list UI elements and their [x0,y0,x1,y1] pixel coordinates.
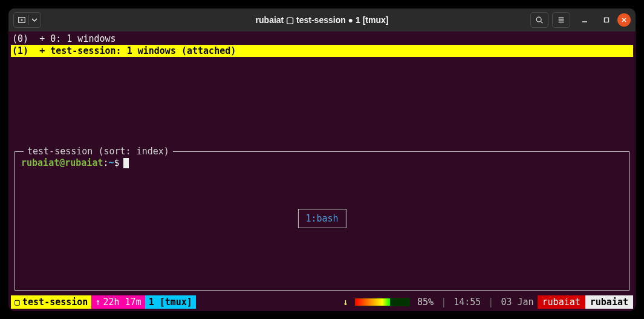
status-battery-pct: 85% [414,295,437,309]
status-window: 1 [tmux] [145,295,196,309]
preview-label: test-session (sort: index) [24,145,173,157]
status-session: ▢test-session [11,295,91,309]
terminal-window: rubaiat ▢ test-session ● 1 [tmux] (0) + … [8,8,636,311]
chevron-down-icon [31,17,37,23]
svg-rect-9 [605,18,609,22]
status-time: 14:55 [450,295,484,309]
svg-point-3 [536,17,541,22]
search-icon [535,16,544,24]
prompt-cwd: ~ [109,157,114,169]
session-row[interactable]: (0) + 0: 1 windows [11,33,633,45]
window-badge: 1:bash [298,209,346,228]
status-right: ↓ 85% | 14:55 | 03 Jan rubaiat rubaiat [339,295,633,309]
new-tab-split-button[interactable] [13,12,41,28]
hamburger-icon [557,16,565,24]
titlebar-left [13,12,41,28]
terminal-body[interactable]: (0) + 0: 1 windows (1) + test-session: 1… [11,31,633,309]
status-uptime: ↑22h 17m [91,295,145,309]
menu-button[interactable] [552,12,570,28]
status-date: 03 Jan [497,295,537,309]
titlebar: rubaiat ▢ test-session ● 1 [tmux] [8,8,636,31]
close-button[interactable] [617,13,631,27]
close-icon [621,17,627,23]
cursor [123,158,129,168]
status-user-a: rubaiat [538,295,585,309]
shell-prompt: rubaiat@rubaiat:~$ [21,157,129,169]
svg-line-4 [541,22,543,24]
session-preview: test-session (sort: index) rubaiat@rubai… [15,151,629,291]
battery-meter [354,298,410,306]
prompt-host: rubaiat [65,157,103,169]
prompt-symbol: $ [114,157,120,169]
session-row-selected[interactable]: (1) + test-session: 1 windows (attached) [11,45,633,57]
prompt-user: rubaiat [21,157,59,169]
status-user-b: rubaiat [585,295,633,309]
minimize-icon [581,16,588,24]
search-button[interactable] [530,12,548,28]
maximize-icon [603,16,610,24]
titlebar-right [530,12,631,28]
minimize-button[interactable] [577,13,592,27]
status-net: ↓ [339,295,354,309]
maximize-button[interactable] [599,13,614,27]
tmux-status-bar: ▢test-session ↑22h 17m 1 [tmux] ↓ 85% | … [11,295,633,309]
new-tab-icon [18,16,26,24]
session-list: (0) + 0: 1 windows (1) + test-session: 1… [11,31,633,57]
